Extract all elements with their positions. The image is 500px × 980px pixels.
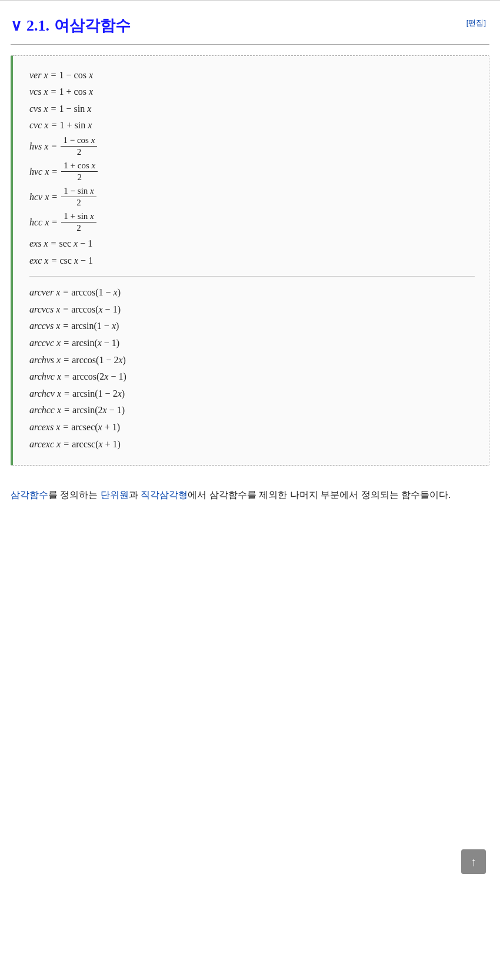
formula-arcvcs: arcvcs x = arccos(x − 1) [29,302,475,317]
formula-arcver: arcver x = arccos(1 − x) [29,285,475,300]
formula-arcexc: arcexc x = arccsc(x + 1) [29,437,475,452]
section-title: ∨ 2.1. 여삼각함수 [11,14,131,38]
formula-group-divider [29,276,475,277]
footer-link-right-triangle[interactable]: 직각삼각형 [141,490,188,500]
chevron-icon[interactable]: ∨ [11,14,22,38]
footer-link-trigonometry[interactable]: 삼각함수 [11,490,48,500]
footer-text: 삼각함수를 정의하는 단위원과 직각삼각형에서 삼각함수를 제외한 나머지 부분… [0,480,500,514]
formula-hvc: hvc x = 1 + cos x 2 [29,160,475,184]
formula-arcexs: arcexs x = arcsec(x + 1) [29,420,475,435]
edit-link[interactable]: [편집] [466,17,486,29]
formula-exc: exc x = csc x − 1 [29,253,475,268]
section-header: ∨ 2.1. 여삼각함수 [편집] [0,1,500,44]
formula-archvs: archvs x = arccos(1 − 2x) [29,353,475,368]
formula-cvs: cvs x = 1 − sin x [29,101,475,117]
section-number: 2.1. [26,14,49,38]
footer-link-unit-circle[interactable]: 단위원 [101,490,129,500]
section-title-text: 여삼각함수 [54,14,131,38]
formula-archvc: archvc x = arccos(2x − 1) [29,369,475,384]
formula-ver: ver x = 1 − cos x [29,68,475,83]
formula-hcv: hcv x = 1 − sin x 2 [29,185,475,209]
formula-hvs: hvs x = 1 − cos x 2 [29,135,475,158]
formula-group-1: ver x = 1 − cos x vcs x = 1 + cos x cvs … [29,68,475,268]
formula-group-2: arcver x = arccos(1 − x) arcvcs x = arcc… [29,285,475,451]
formula-arccvc: arccvc x = arcsin(x − 1) [29,335,475,351]
formula-box: ver x = 1 − cos x vcs x = 1 + cos x cvs … [11,55,489,466]
formula-cvc: cvc x = 1 + sin x [29,118,475,133]
formula-exs: exs x = sec x − 1 [29,236,475,251]
section-divider [11,44,489,45]
formula-arccvs: arccvs x = arcsin(1 − x) [29,318,475,334]
formula-hcc: hcc x = 1 + sin x 2 [29,211,475,234]
formula-archcv: archcv x = arcsin(1 − 2x) [29,386,475,401]
formula-vcs: vcs x = 1 + cos x [29,84,475,99]
formula-archcc: archcc x = arcsin(2x − 1) [29,403,475,418]
